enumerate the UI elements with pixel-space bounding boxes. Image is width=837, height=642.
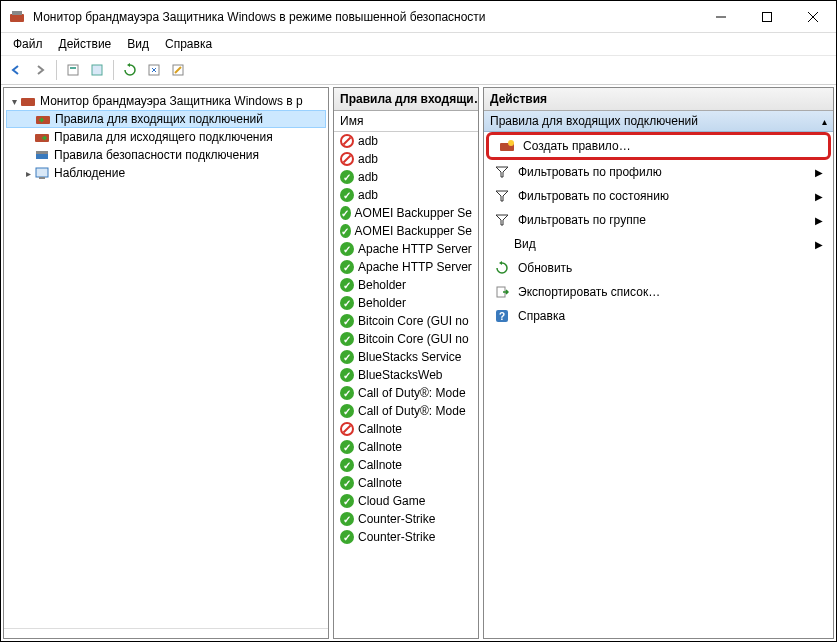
monitoring-icon — [34, 165, 50, 181]
rule-row[interactable]: ✓Apache HTTP Server — [334, 258, 478, 276]
rule-row[interactable]: ✓Counter-Strike — [334, 528, 478, 546]
rule-row[interactable]: ✓AOMEI Backupper Se — [334, 222, 478, 240]
action-new-rule[interactable]: Создать правило… — [486, 132, 831, 160]
actions-panel: Действия Правила для входящих подключени… — [483, 87, 834, 639]
menu-action[interactable]: Действие — [51, 35, 120, 53]
rule-row[interactable]: ✓Apache HTTP Server — [334, 240, 478, 258]
tree-item-label: Правила безопасности подключения — [54, 148, 259, 162]
svg-rect-6 — [68, 65, 78, 75]
action-refresh[interactable]: Обновить — [484, 256, 833, 280]
rule-row[interactable]: ✓Call of Duty®: Mode — [334, 402, 478, 420]
column-header-name[interactable]: Имя — [334, 111, 478, 132]
action-view[interactable]: Вид ▶ — [484, 232, 833, 256]
menu-help[interactable]: Справка — [157, 35, 220, 53]
toolbar-separator — [56, 60, 57, 80]
chevron-right-icon[interactable]: ▸ — [22, 168, 34, 179]
menu-file[interactable]: Файл — [5, 35, 51, 53]
tree-scrollbar[interactable] — [4, 628, 328, 638]
rule-row[interactable]: adb — [334, 132, 478, 150]
rule-name: AOMEI Backupper Se — [355, 224, 472, 238]
submenu-arrow-icon: ▶ — [815, 239, 823, 250]
action-filter-state[interactable]: Фильтровать по состоянию ▶ — [484, 184, 833, 208]
tree-item-monitoring[interactable]: ▸ Наблюдение — [6, 164, 326, 182]
action-filter-profile[interactable]: Фильтровать по профилю ▶ — [484, 160, 833, 184]
toolbar-separator-2 — [113, 60, 114, 80]
tree-root[interactable]: ▾ Монитор брандмауэра Защитника Windows … — [6, 92, 326, 110]
rule-row[interactable]: ✓adb — [334, 186, 478, 204]
toolbar-icon-2[interactable] — [86, 59, 108, 81]
rule-row[interactable]: ✓Cloud Game — [334, 492, 478, 510]
section-title-label: Правила для входящих подключений — [490, 114, 698, 128]
rule-row[interactable]: Callnote — [334, 420, 478, 438]
tree-item-outbound[interactable]: Правила для исходящего подключения — [6, 128, 326, 146]
tree-item-inbound[interactable]: Правила для входящих подключений — [6, 110, 326, 128]
chevron-down-icon[interactable]: ▾ — [8, 96, 20, 107]
forward-button[interactable] — [29, 59, 51, 81]
titlebar: Монитор брандмауэра Защитника Windows в … — [1, 1, 836, 33]
rule-row[interactable]: ✓Bitcoin Core (GUI no — [334, 330, 478, 348]
rule-name: Bitcoin Core (GUI no — [358, 314, 469, 328]
rule-name: BlueStacksWeb — [358, 368, 443, 382]
rule-row[interactable]: ✓AOMEI Backupper Se — [334, 204, 478, 222]
rule-name: Apache HTTP Server — [358, 260, 472, 274]
rule-name: Counter-Strike — [358, 512, 435, 526]
svg-text:?: ? — [499, 311, 505, 322]
tree-item-security[interactable]: Правила безопасности подключения — [6, 146, 326, 164]
inbound-rules-icon — [35, 111, 51, 127]
window-title: Монитор брандмауэра Защитника Windows в … — [33, 10, 698, 24]
allow-icon: ✓ — [340, 188, 354, 202]
new-rule-icon — [499, 138, 515, 154]
refresh-button[interactable] — [119, 59, 141, 81]
rule-row[interactable]: ✓Callnote — [334, 438, 478, 456]
menu-view[interactable]: Вид — [119, 35, 157, 53]
rule-row[interactable]: ✓Callnote — [334, 474, 478, 492]
tree-item-label: Правила для исходящего подключения — [54, 130, 273, 144]
actions-panel-header: Действия — [484, 88, 833, 111]
rule-name: Callnote — [358, 458, 402, 472]
close-button[interactable] — [790, 1, 836, 33]
maximize-button[interactable] — [744, 1, 790, 33]
toolbar-icon-3[interactable] — [143, 59, 165, 81]
security-rules-icon — [34, 147, 50, 163]
svg-rect-1 — [12, 11, 22, 15]
allow-icon: ✓ — [340, 224, 351, 238]
action-label: Экспортировать список… — [518, 285, 660, 299]
rule-name: AOMEI Backupper Se — [355, 206, 472, 220]
action-export[interactable]: Экспортировать список… — [484, 280, 833, 304]
block-icon — [340, 134, 354, 148]
rule-row[interactable]: adb — [334, 150, 478, 168]
workspace: ▾ Монитор брандмауэра Защитника Windows … — [1, 85, 836, 641]
actions-section-title[interactable]: Правила для входящих подключений ▴ — [484, 111, 833, 132]
action-help[interactable]: ? Справка — [484, 304, 833, 328]
rule-row[interactable]: ✓Call of Duty®: Mode — [334, 384, 478, 402]
rules-list[interactable]: adbadb✓adb✓adb✓AOMEI Backupper Se✓AOMEI … — [334, 132, 478, 638]
rule-name: Bitcoin Core (GUI no — [358, 332, 469, 346]
action-label: Фильтровать по профилю — [518, 165, 662, 179]
allow-icon: ✓ — [340, 206, 351, 220]
rule-row[interactable]: ✓Beholder — [334, 276, 478, 294]
rule-name: Cloud Game — [358, 494, 425, 508]
svg-rect-16 — [36, 168, 48, 177]
rule-row[interactable]: ✓Beholder — [334, 294, 478, 312]
action-filter-group[interactable]: Фильтровать по группе ▶ — [484, 208, 833, 232]
action-label: Фильтровать по состоянию — [518, 189, 669, 203]
rule-row[interactable]: ✓Bitcoin Core (GUI no — [334, 312, 478, 330]
collapse-icon[interactable]: ▴ — [822, 116, 827, 127]
allow-icon: ✓ — [340, 260, 354, 274]
minimize-button[interactable] — [698, 1, 744, 33]
back-button[interactable] — [5, 59, 27, 81]
allow-icon: ✓ — [340, 170, 354, 184]
rule-row[interactable]: ✓Callnote — [334, 456, 478, 474]
toolbar-icon-4[interactable] — [167, 59, 189, 81]
submenu-arrow-icon: ▶ — [815, 215, 823, 226]
filter-icon — [494, 164, 510, 180]
toolbar-icon-1[interactable] — [62, 59, 84, 81]
svg-rect-17 — [39, 177, 45, 179]
help-icon: ? — [494, 308, 510, 324]
rule-row[interactable]: ✓adb — [334, 168, 478, 186]
rule-name: Beholder — [358, 278, 406, 292]
rule-row[interactable]: ✓Counter-Strike — [334, 510, 478, 528]
outbound-rules-icon — [34, 129, 50, 145]
rule-row[interactable]: ✓BlueStacksWeb — [334, 366, 478, 384]
rule-row[interactable]: ✓BlueStacks Service — [334, 348, 478, 366]
